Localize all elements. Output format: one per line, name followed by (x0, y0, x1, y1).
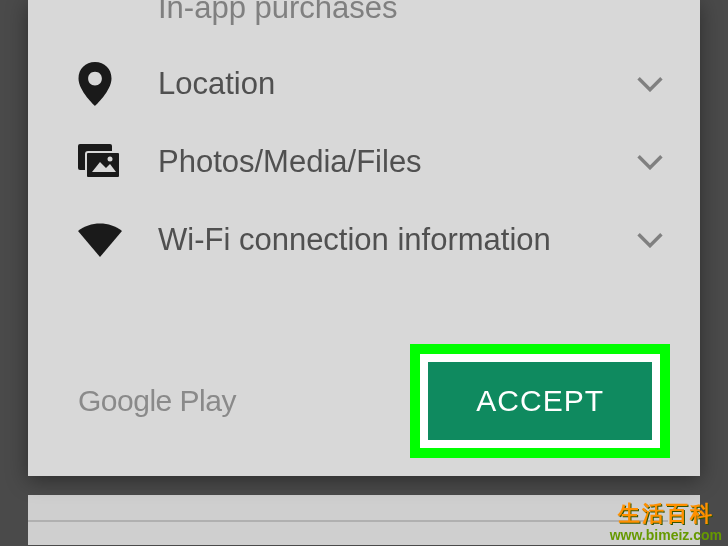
divider (28, 520, 668, 522)
permission-row-wifi[interactable]: Wi-Fi connection information (28, 201, 700, 279)
chevron-down-icon[interactable] (630, 232, 670, 248)
permission-label: Photos/Media/Files (158, 142, 630, 182)
svg-point-3 (108, 157, 113, 162)
accept-button[interactable]: ACCEPT (428, 362, 652, 440)
dialog-footer: Google Play ACCEPT (28, 326, 700, 476)
watermark-url: www.bimeiz.com (610, 527, 722, 544)
permission-label: In-app purchases (158, 0, 630, 28)
accept-highlight-box: ACCEPT (410, 344, 670, 458)
chevron-down-icon[interactable] (630, 154, 670, 170)
permission-row-location[interactable]: Location (28, 45, 700, 123)
watermark: 生活百科 www.bimeiz.com (610, 501, 722, 544)
permission-label: Location (158, 64, 630, 104)
location-pin-icon (78, 62, 158, 106)
watermark-title: 生活百科 (610, 501, 722, 527)
permission-row-media[interactable]: Photos/Media/Files (28, 123, 700, 201)
permission-label: Wi-Fi connection information (158, 220, 630, 260)
permissions-list: In-app purchases Location (28, 0, 700, 326)
google-play-brand: Google Play (78, 384, 236, 418)
chevron-down-icon[interactable] (630, 76, 670, 92)
permissions-dialog: In-app purchases Location (28, 0, 700, 476)
accept-inner-box: ACCEPT (420, 354, 660, 448)
wifi-icon (78, 223, 158, 257)
media-folder-icon (78, 144, 158, 180)
permission-row-inapp[interactable]: In-app purchases (28, 0, 700, 45)
